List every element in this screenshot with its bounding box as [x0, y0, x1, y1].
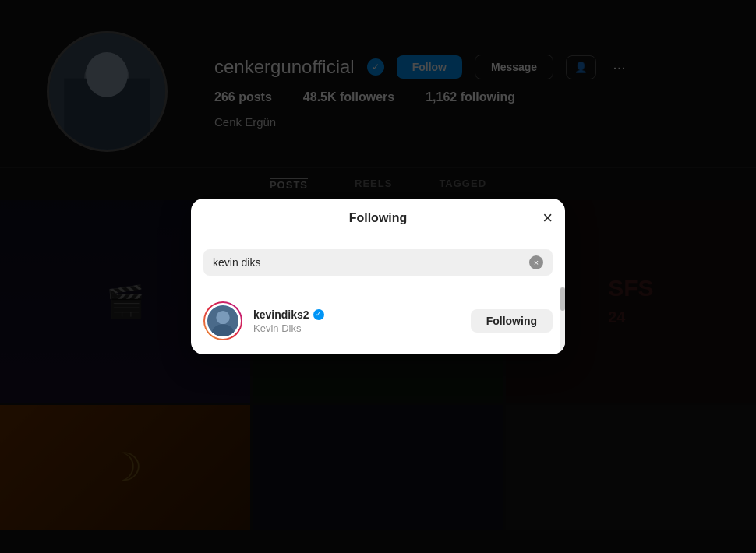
- user-verified-badge: ✓: [313, 309, 324, 320]
- clear-search-button[interactable]: ×: [529, 255, 543, 269]
- modal-title: Following: [349, 211, 408, 225]
- user-info: kevindiks2 ✓ Kevin Diks: [253, 308, 460, 334]
- close-icon: ×: [542, 208, 553, 227]
- following-button[interactable]: Following: [471, 309, 553, 333]
- user-list: kevindiks2 ✓ Kevin Diks Following: [191, 287, 565, 354]
- search-area: ×: [191, 238, 565, 287]
- modal-header: Following ×: [191, 199, 565, 238]
- search-container: ×: [203, 249, 553, 276]
- user-handle: kevindiks2: [253, 308, 309, 321]
- modal-backdrop: Following × ×: [0, 0, 756, 553]
- clear-icon: ×: [534, 258, 539, 267]
- scroll-thumb: [560, 287, 565, 311]
- check-icon: ✓: [316, 311, 321, 318]
- following-modal: Following × ×: [191, 199, 565, 354]
- search-input[interactable]: [213, 256, 523, 269]
- user-list-item[interactable]: kevindiks2 ✓ Kevin Diks Following: [191, 294, 565, 348]
- scroll-track: [560, 287, 565, 354]
- user-handle-row: kevindiks2 ✓: [253, 308, 460, 321]
- modal-scroll-area[interactable]: kevindiks2 ✓ Kevin Diks Following: [191, 287, 565, 354]
- user-avatar-inner: [205, 303, 241, 339]
- modal-close-button[interactable]: ×: [542, 210, 553, 227]
- user-display-name: Kevin Diks: [253, 322, 460, 334]
- svg-point-6: [216, 311, 229, 324]
- user-avatar: [203, 301, 242, 340]
